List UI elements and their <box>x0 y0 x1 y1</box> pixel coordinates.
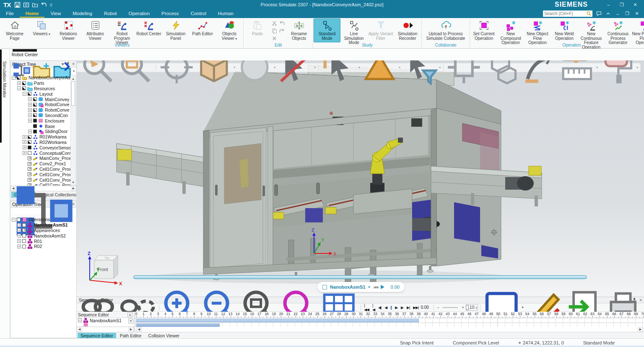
visibility-checkbox[interactable] <box>28 146 31 149</box>
cut-button[interactable] <box>271 20 278 27</box>
visibility-checkbox[interactable] <box>22 234 26 237</box>
close-icon[interactable]: ✕ <box>632 2 638 8</box>
vp-shading-button[interactable] <box>236 60 273 86</box>
gantt-chart[interactable]: 0123456789101112131415161718192021222324… <box>135 312 644 332</box>
tree-item-r01workarea[interactable]: +R01Workarea <box>10 134 76 140</box>
visibility-checkbox[interactable] <box>22 81 26 85</box>
sequence-row-child[interactable] <box>77 323 134 326</box>
visibility-checkbox[interactable] <box>28 172 31 176</box>
feedback-icon[interactable] <box>596 11 602 16</box>
visibility-checkbox[interactable] <box>33 119 37 123</box>
scroll-thumb[interactable] <box>71 81 75 106</box>
tree-item-layout[interactable]: −Layout <box>10 91 76 97</box>
vp-markup-button[interactable] <box>599 60 636 86</box>
rename-objects-button[interactable]: aeRename Objects <box>286 18 312 42</box>
tree-item-base[interactable]: Base <box>10 123 76 129</box>
next-interval-button[interactable]: ▶| <box>405 305 411 310</box>
gantt-scroll-right-icon[interactable]: ▶ <box>638 327 643 332</box>
tree-item-conceptualconv[interactable]: +ConceptualConv <box>10 150 76 156</box>
expander-icon[interactable]: + <box>23 135 26 139</box>
copy-button[interactable] <box>271 28 278 34</box>
tree-item-resources[interactable]: −Resources <box>10 86 76 91</box>
tree-item-mainconv-prox[interactable]: MainConv_Prox <box>10 156 76 161</box>
vp-cursor-hide-button[interactable] <box>277 60 313 86</box>
menu-item-process[interactable]: Process <box>156 10 185 18</box>
visibility-checkbox[interactable] <box>22 245 26 248</box>
visibility-checkbox[interactable] <box>17 76 21 80</box>
tree-item-r01[interactable]: +R01 <box>10 238 76 244</box>
expander-icon[interactable]: + <box>28 103 32 107</box>
paste-button[interactable]: Paste <box>244 18 271 42</box>
robot-center-tab[interactable]: Robot Center <box>10 52 39 57</box>
expander-icon[interactable]: + <box>23 146 26 149</box>
delete-button[interactable] <box>271 35 278 42</box>
expander-icon[interactable]: + <box>28 113 32 117</box>
expander-icon[interactable]: + <box>28 119 32 123</box>
expander-icon[interactable]: + <box>17 228 21 232</box>
visibility-checkbox[interactable] <box>33 108 37 112</box>
save-icon[interactable] <box>14 2 21 8</box>
visibility-checkbox[interactable] <box>33 130 37 133</box>
slider-thumb[interactable] <box>466 305 469 310</box>
step-forward-button[interactable]: ▶ <box>400 305 405 310</box>
vp-view-style-button[interactable] <box>361 60 398 86</box>
vp-placement-button[interactable] <box>446 60 482 86</box>
object-tree-vscrollbar[interactable]: ▲ ▼ <box>70 76 76 185</box>
vp-select-button[interactable] <box>321 60 357 86</box>
visibility-checkbox[interactable] <box>28 157 31 160</box>
tree-item-secondcon[interactable]: +SecondCon <box>10 113 76 118</box>
visibility-checkbox[interactable] <box>28 135 31 139</box>
simulation-progress-bar[interactable] <box>133 275 587 279</box>
expander-icon[interactable]: + <box>17 245 21 248</box>
tree-item-robotconve[interactable]: +RobotConve <box>10 102 76 107</box>
tree-item-conveyorsensor[interactable]: +ConveyorSensor <box>10 145 76 150</box>
path-editor-button[interactable]: Path Editor <box>189 18 216 42</box>
tree-item-conv2-prox1[interactable]: Conv2_Prox1 <box>10 161 76 167</box>
screenshot-icon[interactable] <box>23 2 29 8</box>
gantt-bar[interactable] <box>136 324 220 327</box>
tab-path-editor[interactable]: Path Editor <box>117 333 145 339</box>
menu-item-view[interactable]: View <box>44 10 67 18</box>
new-weld-operation-button[interactable]: New Weld Operation <box>551 18 578 42</box>
pause-button[interactable]: || <box>389 305 393 310</box>
collapse-ribbon-icon[interactable] <box>605 11 611 16</box>
menu-item-modeling[interactable]: Modeling <box>67 10 98 18</box>
attributes-viewer-button[interactable]: Attributes Viewer <box>82 18 109 42</box>
tree-item-cell1conv-prox[interactable]: Cell1Conv_Prox <box>10 167 76 172</box>
vp-orient-cube-button[interactable] <box>196 60 232 86</box>
search-input[interactable]: Search (Ctrl+F) <box>543 10 592 17</box>
expander-icon[interactable]: − <box>12 76 16 80</box>
simulation-monitor-tab[interactable]: Simulation Monitor <box>2 61 7 98</box>
vp-select-filter-button[interactable] <box>402 60 438 86</box>
new-pick-and-place-operation-button[interactable]: New Pick and Place Operation <box>631 18 644 42</box>
visibility-checkbox[interactable] <box>22 223 26 227</box>
expander-icon[interactable]: + <box>28 97 32 101</box>
open-folder-icon[interactable]: F <box>32 2 38 8</box>
expander-icon[interactable]: + <box>17 234 21 237</box>
scroll-up-icon[interactable]: ▲ <box>71 76 75 81</box>
graphics-viewport[interactable]: Z X Y ▾▾▾▾▾▾▾▾ Front Top <box>77 60 644 297</box>
gantt-bar[interactable] <box>136 319 419 322</box>
close-icon[interactable]: × <box>72 62 75 66</box>
vp-snap-button[interactable] <box>483 60 520 86</box>
menu-item-operation[interactable]: Operation <box>123 10 156 18</box>
study-close-icon[interactable]: ✕ <box>634 11 640 16</box>
tree-item-nanoboxconveyorasm[interactable]: −NanoboxConveyorAsm <box>10 75 76 81</box>
expander-icon[interactable]: + <box>23 140 26 144</box>
tree-item-operations[interactable]: −Operations <box>10 217 76 222</box>
scroll-track[interactable] <box>82 327 128 332</box>
speed-increase-button[interactable]: + <box>460 305 465 310</box>
speed-slider[interactable] <box>442 305 458 310</box>
undo-button[interactable] <box>278 20 285 27</box>
visibility-checkbox[interactable] <box>28 151 31 155</box>
visibility-checkbox[interactable] <box>28 140 31 144</box>
visibility-checkbox[interactable] <box>33 97 37 101</box>
expander-icon[interactable]: − <box>17 86 21 90</box>
relations-viewer-button[interactable]: Relations Viewer <box>55 18 82 42</box>
simulation-monitor-tab-indicator[interactable] <box>0 50 2 143</box>
new-compound-operation-button[interactable]: New Compound Operation <box>497 18 524 42</box>
tree-item-nanoboxasms2[interactable]: +NanoboxAsmS2 <box>10 233 76 238</box>
tree-item-parts[interactable]: +Parts <box>10 81 76 86</box>
menu-item-control[interactable]: Control <box>185 10 212 18</box>
quick-access-dropdown-icon[interactable] <box>49 2 53 8</box>
